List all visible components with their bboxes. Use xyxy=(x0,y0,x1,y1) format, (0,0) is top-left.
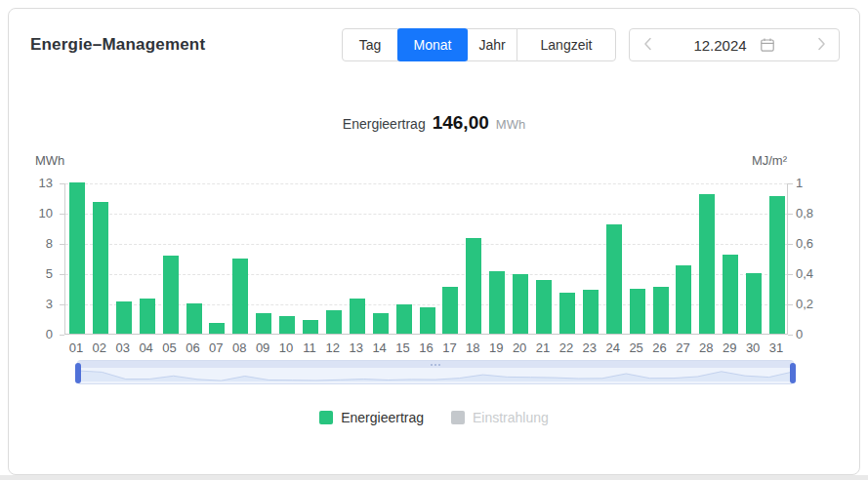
plot-area xyxy=(64,183,788,335)
legend-label: Energieertrag xyxy=(341,410,424,425)
chart-legend: EnergieertragEinstrahlung xyxy=(9,410,859,425)
energy-management-card: Energie–Management TagMonatJahrLangzeit … xyxy=(8,8,860,475)
x-label: 12 xyxy=(321,340,345,355)
chevron-left-icon xyxy=(643,36,652,55)
chevron-right-icon xyxy=(817,36,826,55)
y-tick-left: 10 xyxy=(9,206,53,221)
x-label: 08 xyxy=(227,340,251,355)
y-tick-left: 3 xyxy=(9,297,53,312)
bar-day-23[interactable] xyxy=(583,290,599,334)
axis-tick xyxy=(60,335,64,336)
axis-tick xyxy=(60,304,64,305)
gridline xyxy=(65,244,787,245)
bar-day-29[interactable] xyxy=(723,255,738,334)
axis-tick xyxy=(788,274,793,275)
bar-day-17[interactable] xyxy=(442,287,458,334)
chart-summary: Energieertrag 146,00 MWh xyxy=(9,112,859,134)
y-tick-right: 0,8 xyxy=(796,206,854,221)
bar-day-09[interactable] xyxy=(256,313,271,335)
gridline xyxy=(65,183,787,184)
left-axis-unit: MWh xyxy=(35,153,64,168)
next-period-button[interactable] xyxy=(804,29,839,60)
bar-day-08[interactable] xyxy=(232,259,248,335)
bar-day-05[interactable] xyxy=(163,256,179,334)
page-bottom-strip xyxy=(0,475,868,480)
x-label: 14 xyxy=(368,340,392,355)
y-tick-right: 0,2 xyxy=(796,297,854,312)
axis-tick xyxy=(788,304,793,305)
drag-dots-icon xyxy=(438,364,440,366)
calendar-icon[interactable] xyxy=(760,37,775,53)
y-tick-right: 0,6 xyxy=(796,236,854,252)
bar-day-28[interactable] xyxy=(699,194,715,334)
bar-day-30[interactable] xyxy=(746,273,762,334)
date-picker-center: 12.2024 xyxy=(665,37,804,54)
y-tick-left: 5 xyxy=(9,266,53,282)
legend-item-einstrahlung[interactable]: Einstrahlung xyxy=(451,410,549,425)
bar-day-21[interactable] xyxy=(536,280,552,334)
bar-day-10[interactable] xyxy=(279,316,295,334)
axis-tick xyxy=(60,214,64,215)
tab-tag[interactable]: Tag xyxy=(342,28,398,61)
bar-day-04[interactable] xyxy=(140,299,155,334)
axis-tick xyxy=(788,183,793,184)
bar-day-16[interactable] xyxy=(420,307,435,334)
tab-jahr[interactable]: Jahr xyxy=(467,28,517,61)
bar-day-11[interactable] xyxy=(303,320,318,334)
datazoom-move-handle[interactable] xyxy=(78,361,793,368)
bar-day-13[interactable] xyxy=(350,299,365,334)
bar-day-14[interactable] xyxy=(373,313,389,335)
axis-tick xyxy=(60,183,64,184)
tab-monat[interactable]: Monat xyxy=(397,28,468,61)
bar-day-31[interactable] xyxy=(769,196,785,334)
x-label: 06 xyxy=(182,340,205,355)
bar-day-19[interactable] xyxy=(489,271,505,334)
x-label: 31 xyxy=(765,340,788,355)
axis-tick xyxy=(788,244,793,245)
bar-day-20[interactable] xyxy=(513,274,528,334)
y-tick-left: 13 xyxy=(9,176,53,191)
left-axis-ticks: 03581013 xyxy=(9,183,53,335)
x-label: 02 xyxy=(88,340,111,355)
bar-day-06[interactable] xyxy=(186,303,202,334)
datazoom-handle-left[interactable] xyxy=(75,363,81,383)
drag-dots-icon xyxy=(431,364,433,366)
x-axis-labels: 0102030405060708091011121314151617181920… xyxy=(64,340,788,356)
x-label: 09 xyxy=(251,340,274,355)
tab-langzeit[interactable]: Langzeit xyxy=(517,28,616,61)
bar-day-27[interactable] xyxy=(676,265,691,334)
legend-item-energieertrag[interactable]: Energieertrag xyxy=(319,410,424,425)
x-label: 19 xyxy=(484,340,508,355)
view-tab-group: TagMonatJahrLangzeit xyxy=(342,28,616,61)
bar-day-22[interactable] xyxy=(559,293,575,334)
x-label: 26 xyxy=(648,340,672,355)
bar-day-15[interactable] xyxy=(396,304,412,334)
drag-dots-icon xyxy=(434,364,436,366)
bar-day-01[interactable] xyxy=(69,182,85,334)
datazoom-slider[interactable] xyxy=(77,360,794,384)
bar-day-02[interactable] xyxy=(93,202,108,334)
x-label: 24 xyxy=(601,340,625,355)
x-label: 03 xyxy=(111,340,135,355)
bar-day-07[interactable] xyxy=(209,323,225,334)
gridline xyxy=(65,214,787,215)
date-picker-value[interactable]: 12.2024 xyxy=(693,37,746,54)
summary-label: Energieertrag xyxy=(343,116,426,132)
summary-value: 146,00 xyxy=(433,112,489,134)
datazoom-handle-right[interactable] xyxy=(790,363,796,383)
bar-day-12[interactable] xyxy=(326,310,342,334)
y-tick-left: 8 xyxy=(9,236,53,252)
bar-day-24[interactable] xyxy=(606,224,622,334)
bar-day-03[interactable] xyxy=(116,301,132,334)
bar-day-26[interactable] xyxy=(653,287,669,334)
bar-day-18[interactable] xyxy=(466,238,481,334)
axis-tick xyxy=(60,274,64,275)
page-title: Energie–Management xyxy=(30,35,205,55)
bar-day-25[interactable] xyxy=(630,289,645,335)
x-label: 15 xyxy=(392,340,415,355)
date-picker[interactable]: 12.2024 xyxy=(629,28,840,61)
x-label: 21 xyxy=(531,340,555,355)
prev-period-button[interactable] xyxy=(630,29,665,60)
axis-tick xyxy=(788,214,793,215)
axis-tick xyxy=(788,335,793,336)
